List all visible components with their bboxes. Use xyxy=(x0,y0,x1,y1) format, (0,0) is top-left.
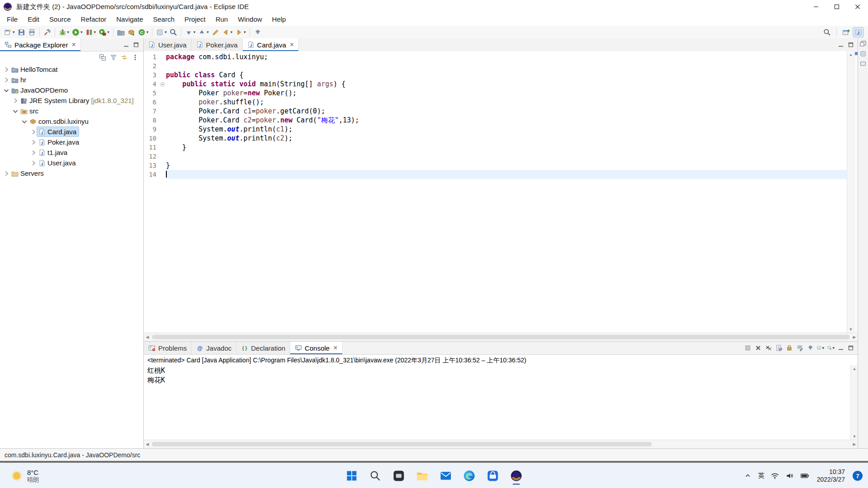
dropdown-arrow-icon[interactable]: ▾ xyxy=(107,30,109,34)
code-line-14[interactable]: 14 xyxy=(144,170,847,179)
console-output[interactable]: 红桃K梅花K ▲ ▼ xyxy=(144,365,858,440)
editor-horizontal-scrollbar[interactable]: ◀ ▶ xyxy=(144,333,858,341)
open-perspective-button[interactable] xyxy=(841,28,851,37)
open-console-button[interactable]: ▾ xyxy=(827,344,835,352)
minimize-view-icon[interactable] xyxy=(838,42,844,47)
console-horizontal-scrollbar[interactable]: ◀ ▶ xyxy=(144,440,858,448)
file-explorer-taskbar-button[interactable] xyxy=(413,466,432,486)
prev-annotation-button[interactable]: ▾ xyxy=(197,28,210,37)
editor-vertical-scrollbar[interactable]: ▲ ▼ xyxy=(847,51,854,333)
line-number[interactable]: 4 xyxy=(144,80,159,89)
code-line-10[interactable]: 10 System.out.println(c2); xyxy=(144,134,847,143)
close-icon[interactable]: × xyxy=(333,344,337,352)
task-view-taskbar-button[interactable] xyxy=(389,466,408,486)
chevron-right-icon[interactable] xyxy=(30,128,37,136)
scroll-left-icon[interactable]: ◀ xyxy=(144,333,151,341)
chevron-up-icon[interactable] xyxy=(743,471,752,480)
line-number[interactable]: 10 xyxy=(144,134,159,143)
remove-all-terminated-button[interactable] xyxy=(765,344,772,352)
tree-item-Servers[interactable]: Servers xyxy=(0,168,143,178)
tab-Card.java[interactable]: JCard.java× xyxy=(243,38,299,51)
open-task-button[interactable]: ▾ xyxy=(155,28,168,37)
line-number[interactable]: 7 xyxy=(144,107,159,116)
clear-console-button[interactable] xyxy=(775,344,783,352)
chevron-right-icon[interactable] xyxy=(30,139,37,146)
dropdown-arrow-icon[interactable]: ▾ xyxy=(165,30,167,34)
dropdown-arrow-icon[interactable]: ▾ xyxy=(13,30,15,34)
code-line-7[interactable]: 7 Poker.Card c1=poker.getCard(0); xyxy=(144,107,847,116)
coverage-button[interactable]: ▾ xyxy=(84,28,98,37)
code-line-13[interactable]: 13} xyxy=(144,161,847,170)
tab-Declaration[interactable]: { }Declaration xyxy=(236,342,290,354)
java-perspective-button[interactable]: J xyxy=(853,28,863,37)
dropdown-arrow-icon[interactable]: ▾ xyxy=(231,30,233,34)
next-annotation-button[interactable]: ▾ xyxy=(184,28,197,37)
edge-taskbar-button[interactable] xyxy=(460,466,479,486)
new-class-button[interactable]: C▾ xyxy=(137,28,150,37)
eclipse-taskbar-button[interactable] xyxy=(507,466,526,486)
tab-Poker.java[interactable]: JPoker.java xyxy=(192,38,243,51)
chevron-right-icon[interactable] xyxy=(30,160,37,167)
tab-Console[interactable]: Console× xyxy=(290,342,342,354)
code-line-12[interactable]: 12 xyxy=(144,152,847,161)
close-icon[interactable]: × xyxy=(290,41,294,48)
dropdown-arrow-icon[interactable]: ▾ xyxy=(207,30,209,34)
minimized-view-icon[interactable] xyxy=(859,50,867,57)
tree-item-src[interactable]: src xyxy=(0,106,143,116)
dropdown-arrow-icon[interactable]: ▾ xyxy=(193,30,196,34)
scroll-left-icon[interactable]: ◀ xyxy=(144,441,151,448)
dropdown-arrow-icon[interactable]: ▾ xyxy=(94,30,96,34)
input-language-button[interactable]: 英 xyxy=(758,472,764,480)
chevron-down-icon[interactable] xyxy=(12,108,19,115)
maximize-button[interactable] xyxy=(826,0,847,14)
code-line-8[interactable]: 8 Poker.Card c2=poker.new Card("梅花",13); xyxy=(144,116,847,125)
terminate-button[interactable] xyxy=(744,344,751,352)
chevron-right-icon[interactable] xyxy=(3,170,10,177)
dropdown-arrow-icon[interactable]: ▾ xyxy=(67,30,70,34)
tab-Javadoc[interactable]: @Javadoc xyxy=(192,342,236,354)
scroll-down-icon[interactable]: ▼ xyxy=(851,433,858,440)
line-number[interactable]: 13 xyxy=(144,161,159,170)
line-number[interactable]: 5 xyxy=(144,89,159,98)
dropdown-arrow-icon[interactable]: ▾ xyxy=(80,30,83,34)
scroll-up-icon[interactable]: ▲ xyxy=(847,51,854,58)
code-line-6[interactable]: 6 poker.shuffle(); xyxy=(144,98,847,107)
menu-refactor[interactable]: Refactor xyxy=(76,14,112,26)
view-menu-icon[interactable] xyxy=(132,54,139,61)
mail-taskbar-button[interactable] xyxy=(436,466,455,486)
store-taskbar-button[interactable] xyxy=(483,466,502,486)
line-number[interactable]: 12 xyxy=(144,152,159,161)
scroll-up-icon[interactable]: ▲ xyxy=(851,365,858,372)
collapse-all-icon[interactable] xyxy=(99,54,106,61)
chevron-right-icon[interactable] xyxy=(3,66,10,73)
close-button[interactable] xyxy=(847,0,868,14)
line-number[interactable]: 9 xyxy=(144,125,159,134)
menu-window[interactable]: Window xyxy=(233,14,267,26)
menu-project[interactable]: Project xyxy=(179,14,211,26)
line-number[interactable]: 11 xyxy=(144,143,159,152)
menu-file[interactable]: File xyxy=(2,14,23,26)
console-vertical-scrollbar[interactable]: ▲ ▼ xyxy=(850,365,858,440)
chevron-down-icon[interactable] xyxy=(3,87,10,94)
menu-run[interactable]: Run xyxy=(211,14,233,26)
menu-source[interactable]: Source xyxy=(44,14,76,26)
menu-navigate[interactable]: Navigate xyxy=(111,14,148,26)
weather-widget[interactable]: 8°C 晴朗 xyxy=(6,463,42,488)
forward-button[interactable]: ▾ xyxy=(234,28,247,37)
scroll-right-icon[interactable]: ▶ xyxy=(851,441,858,448)
scroll-lock-button[interactable] xyxy=(786,344,793,352)
filters-icon[interactable] xyxy=(110,54,117,61)
save-button[interactable] xyxy=(16,28,27,37)
build-button[interactable] xyxy=(42,28,52,37)
dropdown-arrow-icon[interactable]: ▾ xyxy=(832,346,835,350)
back-button[interactable]: ▾ xyxy=(221,28,234,37)
maximize-view-icon[interactable] xyxy=(133,42,139,47)
remove-launch-button[interactable] xyxy=(755,344,762,352)
chevron-right-icon[interactable] xyxy=(3,76,10,84)
code-line-2[interactable]: 2 xyxy=(144,61,847,70)
line-number[interactable]: 6 xyxy=(144,98,159,107)
maximize-view-icon[interactable] xyxy=(848,345,854,351)
tab-package-explorer[interactable]: Package Explorer × xyxy=(0,38,81,51)
new-package-button[interactable] xyxy=(126,28,137,37)
new-wizard-button[interactable]: ▾ xyxy=(3,28,16,37)
